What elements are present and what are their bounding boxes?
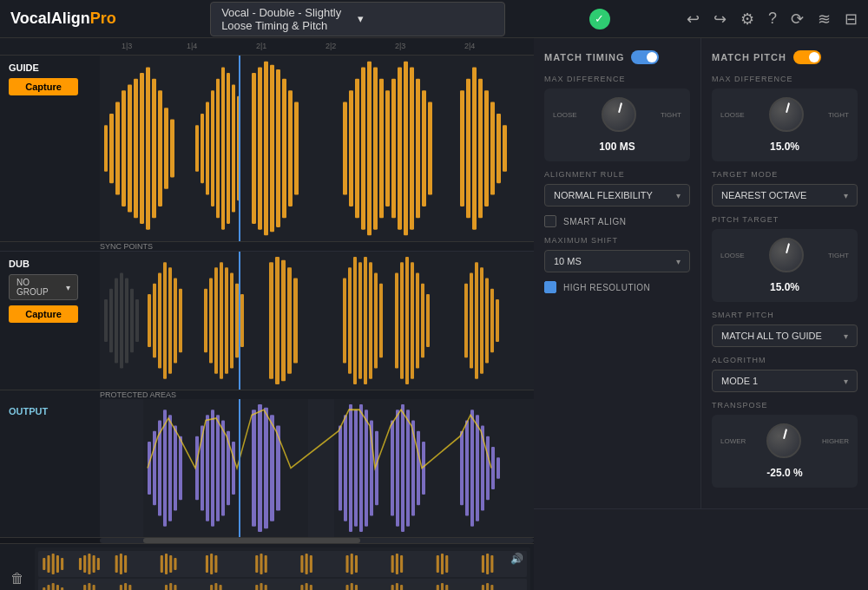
target-mode-dropdown[interactable]: NEAREST OCTAVE ▾ [712, 184, 858, 206]
algorithm-dropdown[interactable]: MODE 1 ▾ [712, 370, 858, 392]
svg-rect-139 [417, 431, 420, 506]
svg-rect-16 [211, 90, 214, 206]
svg-rect-121 [252, 410, 256, 527]
svg-rect-4 [122, 90, 126, 206]
confirm-icon[interactable]: ✓ [589, 9, 610, 30]
svg-rect-146 [486, 436, 490, 500]
svg-rect-143 [470, 410, 474, 527]
svg-rect-27 [282, 79, 286, 219]
svg-rect-183 [441, 554, 444, 574]
svg-rect-80 [293, 279, 298, 364]
svg-rect-165 [169, 555, 172, 573]
high-resolution-checkbox[interactable] [544, 281, 556, 293]
svg-rect-18 [221, 67, 225, 229]
svg-rect-151 [47, 555, 49, 573]
max-shift-dropdown[interactable]: 10 MS ▾ [544, 250, 690, 272]
algorithm-value: MODE 1 [721, 376, 758, 386]
svg-rect-112 [179, 436, 182, 500]
svg-rect-38 [391, 79, 396, 219]
svg-rect-1 [104, 125, 108, 172]
svg-rect-28 [288, 90, 293, 206]
output-waveform-area[interactable]: 🔊 [100, 399, 534, 537]
redo-button[interactable]: ↪ [713, 10, 727, 29]
waveform-icon[interactable]: ≋ [818, 10, 831, 29]
match-pitch-section: MATCH PITCH MAX DIFFERENCE LOOSE TIGHT 1… [700, 38, 868, 508]
svg-rect-10 [158, 90, 162, 206]
svg-rect-216 [396, 583, 398, 591]
mini-wave-svg-1 [38, 551, 527, 577]
svg-rect-50 [490, 102, 495, 195]
preset-selector[interactable]: Vocal - Double - Slightly Loose Timing &… [210, 2, 505, 36]
svg-rect-12 [170, 120, 174, 178]
svg-rect-206 [255, 585, 258, 591]
tracks-panel: 1|3 1|4 2|1 2|2 2|3 2|4 GUIDE Capture Ma… [0, 38, 534, 590]
guide-capture-button[interactable]: Capture [9, 78, 78, 95]
svg-rect-192 [56, 585, 59, 591]
svg-rect-14 [201, 114, 204, 183]
alignment-rule-dropdown[interactable]: NORMAL FLEXIBILITY ▾ [544, 184, 690, 206]
dub-waveform-area[interactable]: Male-Vocal-2-1.wav 🔊 [100, 252, 534, 390]
svg-rect-44 [428, 102, 432, 195]
guide-waveform-area[interactable]: Male-Vocal-1-1.wav 🔊 [100, 56, 534, 241]
svg-rect-15 [206, 102, 209, 195]
svg-rect-35 [373, 67, 378, 229]
pitch-target-knob[interactable] [769, 238, 804, 272]
timing-knob-row: LOOSE TIGHT [553, 97, 681, 132]
dub-waveform-svg [100, 252, 534, 390]
trash-icon[interactable]: 🗑 [3, 564, 31, 591]
svg-rect-29 [294, 102, 299, 195]
help-button[interactable]: ? [768, 10, 777, 28]
transpose-knob[interactable] [766, 423, 801, 458]
alignment-rule-label: ALIGNMENT RULE [544, 170, 690, 179]
svg-rect-88 [379, 284, 383, 358]
high-resolution-label: HIGH RESOLUTION [563, 283, 650, 292]
svg-rect-102 [496, 299, 499, 342]
settings-button[interactable]: ⚙ [740, 10, 754, 29]
scrollbar-thumb[interactable] [143, 538, 360, 543]
svg-rect-182 [437, 555, 439, 573]
timing-max-diff-knob[interactable] [602, 97, 636, 132]
svg-rect-86 [369, 262, 372, 379]
svg-rect-100 [485, 279, 489, 364]
svg-rect-67 [179, 289, 182, 352]
match-timing-toggle[interactable] [631, 50, 659, 64]
svg-rect-198 [124, 583, 127, 591]
svg-rect-124 [270, 415, 274, 521]
svg-rect-188 [38, 579, 527, 591]
dub-capture-button[interactable]: Capture [9, 305, 78, 323]
svg-rect-219 [441, 583, 444, 591]
svg-rect-154 [61, 558, 63, 570]
no-group-button[interactable]: NO GROUP ▾ [9, 274, 78, 300]
svg-rect-135 [396, 410, 399, 527]
smart-pitch-dropdown[interactable]: MATCH ALL TO GUIDE ▾ [712, 324, 858, 347]
smart-pitch-arrow: ▾ [844, 331, 848, 341]
pitch-target-tight: TIGHT [828, 252, 849, 259]
pitch-knob-row-1: LOOSE TIGHT [720, 97, 849, 132]
svg-rect-187 [490, 555, 493, 573]
smart-align-checkbox[interactable] [544, 215, 556, 227]
svg-rect-19 [227, 73, 230, 224]
scrollbar-track[interactable] [100, 538, 534, 543]
main-container: 1|3 1|4 2|1 2|2 2|3 2|4 GUIDE Capture Ma… [0, 38, 868, 590]
algorithm-label: ALGORITHM [712, 356, 858, 364]
pitch-max-diff-label: MAX DIFFERENCE [712, 75, 858, 83]
sliders-icon[interactable]: ⊟ [845, 10, 858, 29]
svg-rect-221 [482, 585, 484, 591]
undo-button[interactable]: ↩ [687, 10, 700, 29]
svg-rect-61 [148, 294, 151, 347]
guide-waveform-svg [100, 56, 534, 241]
svg-rect-118 [221, 420, 225, 515]
svg-rect-54 [104, 299, 108, 342]
ruler-mark-4: 2|2 [326, 42, 336, 50]
preset-dropdown-arrow: ▾ [358, 12, 494, 25]
mini-speaker-icon-1[interactable]: 🔊 [510, 553, 523, 565]
svg-rect-212 [345, 585, 348, 591]
pitch-max-diff-knob[interactable] [769, 97, 804, 132]
mini-waveform-panel: 🗑 [0, 543, 534, 590]
guide-label: GUIDE [9, 62, 91, 73]
output-playhead [239, 399, 240, 537]
svg-rect-205 [220, 585, 222, 591]
match-pitch-title: MATCH PITCH [712, 50, 858, 64]
mini-wave-area: 🔊 [35, 547, 530, 591]
match-pitch-toggle[interactable] [793, 50, 821, 64]
